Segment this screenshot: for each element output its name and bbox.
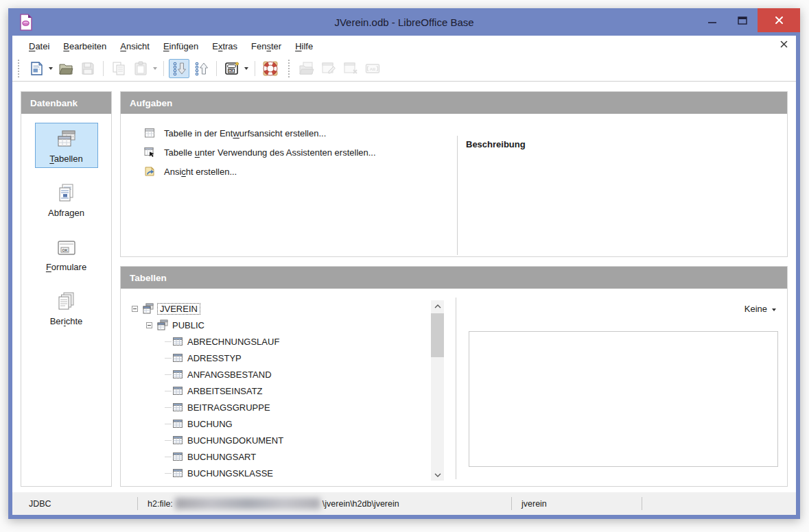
collapse-icon[interactable] bbox=[146, 322, 152, 328]
tree-label: ANFANGSBESTAND bbox=[187, 370, 272, 380]
sidebar-header-label: Datenbank bbox=[30, 98, 78, 108]
table-row[interactable]: ANFANGSBESTAND bbox=[121, 366, 430, 383]
menu-extras[interactable]: Extras bbox=[205, 37, 244, 56]
window-title: JVerein.odb - LibreOffice Base bbox=[12, 16, 796, 28]
scroll-down-icon[interactable] bbox=[431, 469, 444, 481]
table-icon bbox=[172, 451, 183, 462]
minimize-button[interactable] bbox=[697, 8, 727, 32]
close-button[interactable] bbox=[758, 8, 800, 32]
tables-preview-divider bbox=[456, 298, 456, 479]
table-icon bbox=[172, 369, 183, 380]
new-database-document-icon bbox=[28, 60, 45, 77]
titlebar[interactable]: JVerein.odb - LibreOffice Base bbox=[12, 8, 796, 36]
tree-connector bbox=[165, 391, 172, 391]
tree-node-schema[interactable]: PUBLIC bbox=[121, 317, 430, 333]
status-divider bbox=[137, 497, 138, 510]
sidebar-item-tabellen[interactable]: Tabellen bbox=[35, 123, 98, 168]
copy-icon bbox=[110, 60, 127, 77]
table-design-icon bbox=[144, 128, 155, 138]
table-icon bbox=[172, 352, 183, 363]
maximize-button[interactable] bbox=[727, 8, 758, 32]
toolbar-separator bbox=[255, 61, 255, 76]
sidebar-item-berichte[interactable]: Berichte bbox=[35, 285, 98, 330]
table-icon bbox=[172, 385, 183, 396]
tasks-header-label: Aufgaben bbox=[130, 98, 172, 108]
description-title: Beschreibung bbox=[466, 139, 526, 149]
new-document-dropdown[interactable] bbox=[47, 59, 54, 78]
status-datasource: h2:file: \jverein\h2db\jverein bbox=[148, 492, 399, 515]
scrollbar-thumb[interactable] bbox=[431, 313, 444, 357]
close-document-icon bbox=[780, 40, 788, 48]
help-button[interactable] bbox=[260, 59, 281, 78]
queries-icon bbox=[55, 182, 78, 204]
new-database-document-button[interactable] bbox=[26, 59, 47, 78]
table-row[interactable]: ARBEITSEINSATZ bbox=[121, 383, 430, 399]
rename-button: AB bbox=[362, 59, 383, 78]
tree-label: JVEREIN bbox=[158, 304, 200, 314]
tree-connector bbox=[165, 424, 172, 424]
tree-label: BUCHUNG bbox=[187, 419, 233, 429]
table-row[interactable]: BUCHUNGSKLASSE bbox=[121, 465, 430, 481]
tree-label: BEITRAGSGRUPPE bbox=[187, 402, 270, 413]
menu-ansicht[interactable]: Ansicht bbox=[113, 37, 156, 56]
statusbar: JDBC h2:file: \jverein\h2db\jverein jver… bbox=[12, 492, 796, 515]
sidebar-item-abfragen[interactable]: Abfragen bbox=[35, 177, 98, 222]
preview-mode-dropdown[interactable]: Keine bbox=[744, 304, 776, 314]
status-divider bbox=[511, 497, 512, 510]
menu-fenster[interactable]: Fenster bbox=[244, 37, 288, 56]
status-connection-type: JDBC bbox=[29, 492, 51, 515]
table-row[interactable]: ADRESSTYP bbox=[121, 350, 430, 366]
edit-icon bbox=[320, 60, 337, 77]
sidebar-item-formulare[interactable]: OK Formulare bbox=[35, 231, 98, 276]
menu-hilfe[interactable]: Hilfe bbox=[288, 37, 320, 56]
close-icon bbox=[775, 16, 784, 25]
svg-text:OK: OK bbox=[62, 248, 67, 252]
save-icon bbox=[80, 60, 96, 77]
collapse-icon[interactable] bbox=[132, 306, 138, 312]
table-row[interactable]: BUCHUNGSART bbox=[121, 448, 430, 465]
sort-ascending-button[interactable] bbox=[169, 59, 189, 78]
tasks-header: Aufgaben bbox=[121, 92, 787, 114]
tree-scrollbar[interactable] bbox=[431, 300, 444, 481]
table-row[interactable]: BUCHUNG bbox=[121, 415, 430, 432]
tree-connector bbox=[165, 473, 172, 474]
copy-button bbox=[108, 59, 129, 78]
toolbar-grip[interactable] bbox=[18, 60, 21, 77]
close-document-button[interactable] bbox=[780, 40, 788, 48]
tables-header-label: Tabellen bbox=[130, 273, 167, 283]
menu-bearbeiten[interactable]: Bearbeiten bbox=[56, 37, 113, 56]
tree-label: ADRESSTYP bbox=[187, 353, 242, 363]
sort-descending-button[interactable] bbox=[191, 59, 211, 78]
task-label: Ansicht erstellen... bbox=[164, 167, 237, 177]
tree-connector bbox=[165, 358, 172, 359]
form-button[interactable]: OK bbox=[222, 59, 242, 78]
form-dropdown[interactable] bbox=[243, 59, 249, 78]
open-database-object-button bbox=[296, 59, 317, 78]
table-row[interactable]: BEITRAGSGRUPPE bbox=[121, 399, 430, 415]
tree-connector bbox=[165, 341, 172, 342]
tree-label: ARBEITSEINSATZ bbox=[187, 386, 263, 396]
table-row[interactable]: BUCHUNGDOKUMENT bbox=[121, 432, 430, 448]
delete-icon bbox=[342, 60, 359, 77]
database-tables-icon bbox=[157, 319, 168, 330]
tree-node-root[interactable]: JVEREIN bbox=[121, 300, 430, 317]
toolbar-grip[interactable] bbox=[288, 60, 292, 77]
tasks-panel: Aufgaben Tabelle in der Entwurfsansicht … bbox=[120, 91, 788, 257]
tasks-description-divider bbox=[457, 136, 458, 255]
maximize-icon bbox=[738, 16, 747, 25]
scroll-up-icon[interactable] bbox=[431, 300, 444, 312]
tables-tree: JVEREIN PUBLIC ABRECHNUNGSLAUF bbox=[121, 289, 430, 481]
menu-einfuegen[interactable]: Einfügen bbox=[156, 37, 205, 56]
chevron-down-icon bbox=[772, 309, 776, 311]
sidebar-item-label: Tabellen bbox=[49, 154, 82, 164]
task-create-view[interactable]: Ansicht erstellen... bbox=[144, 163, 787, 180]
datasource-prefix: h2:file: bbox=[148, 499, 173, 509]
preview-area bbox=[469, 331, 778, 467]
open-button[interactable] bbox=[56, 59, 76, 78]
svg-text:OK: OK bbox=[229, 69, 235, 73]
table-row[interactable]: ABRECHNUNGSLAUF bbox=[121, 333, 430, 350]
table-icon bbox=[172, 402, 183, 413]
edit-button bbox=[318, 59, 339, 78]
menu-datei[interactable]: Datei bbox=[22, 37, 56, 56]
tree-label: BUCHUNGSART bbox=[187, 452, 256, 462]
